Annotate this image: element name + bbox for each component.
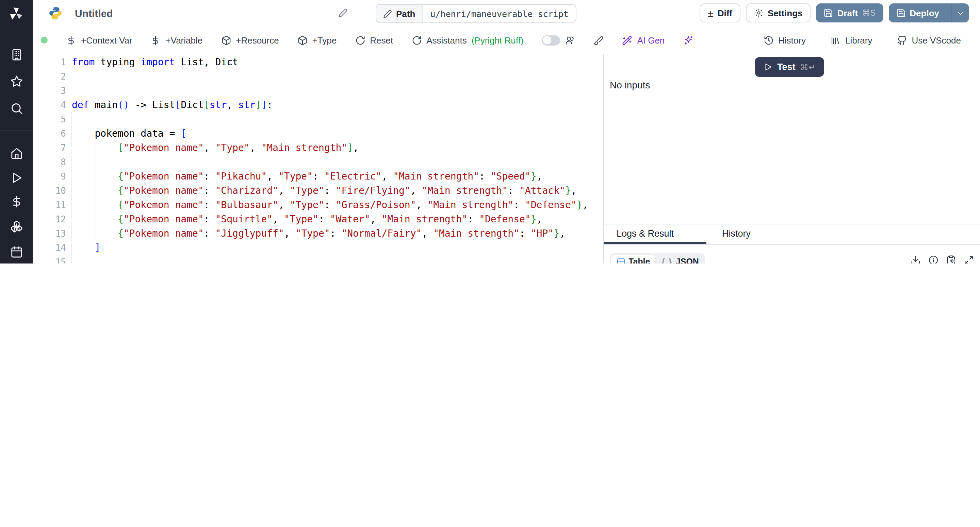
- collab-users-button[interactable]: [565, 35, 575, 45]
- table-grid-icon: [616, 257, 625, 264]
- line-number: 10: [33, 184, 66, 198]
- diff-mode-toggle[interactable]: [542, 35, 560, 45]
- draft-label: Draft: [837, 8, 858, 18]
- assistants-status: (Pyright Ruff): [472, 35, 524, 45]
- reset-button[interactable]: Reset: [355, 35, 393, 45]
- library-icon: [830, 35, 840, 45]
- line-number: 14: [33, 241, 66, 255]
- sidebar-item-calendar-icon[interactable]: [10, 246, 23, 259]
- result-action-icons: [911, 255, 974, 264]
- line-number: 5: [33, 112, 66, 127]
- code-line-7[interactable]: ["Pokemon name", "Type", "Main strength"…: [72, 141, 359, 155]
- library-label: Library: [845, 35, 872, 45]
- use-vscode-label: Use VScode: [912, 35, 961, 45]
- gear-icon: [754, 8, 764, 17]
- path-field[interactable]: Path u/henri/maneuverable_script: [375, 4, 577, 23]
- add-type-button[interactable]: +Type: [298, 35, 337, 45]
- line-number: 7: [33, 141, 66, 155]
- add-type-label: +Type: [312, 35, 337, 45]
- code-editor[interactable]: 1from typing import List, Dict234def mai…: [33, 54, 603, 264]
- format-button[interactable]: [593, 35, 604, 45]
- code-line-10[interactable]: {"Pokemon name": "Charizard", "Type": "F…: [72, 184, 577, 198]
- dollar-icon: [66, 35, 76, 45]
- edit-path-pencil-icon: [383, 9, 392, 18]
- toggle-knob: [543, 36, 551, 44]
- download-result-icon[interactable]: [911, 255, 921, 264]
- line-number: 9: [33, 169, 66, 184]
- history-button[interactable]: History: [763, 35, 806, 45]
- play-icon: [764, 63, 772, 71]
- paintbrush-icon: [593, 35, 604, 45]
- code-line-11[interactable]: {"Pokemon name": "Bulbasaur", "Type": "G…: [72, 198, 588, 212]
- path-value[interactable]: u/henri/maneuverable_script: [423, 5, 576, 22]
- sidebar-item-boxes-icon[interactable]: [10, 220, 23, 233]
- draft-shortcut: ⌘S: [862, 8, 875, 17]
- rotate-icon: [355, 35, 365, 45]
- settings-button[interactable]: Settings: [746, 3, 811, 22]
- editor-toolbar: +Context Var +Variable +Resource +Type R…: [33, 27, 980, 54]
- line-number: 12: [33, 212, 66, 227]
- code-line-12[interactable]: {"Pokemon name": "Squirtle", "Type": "Wa…: [72, 212, 542, 227]
- sidebar-item-play-icon[interactable]: [10, 171, 23, 184]
- add-context-var-button[interactable]: +Context Var: [66, 35, 132, 45]
- sparkles-icon: [683, 35, 693, 45]
- tab-logs-result[interactable]: Logs & Result: [617, 229, 674, 239]
- result-tabs: Logs & Result History: [604, 224, 980, 245]
- copy-to-clipboard-icon[interactable]: [946, 255, 956, 264]
- add-variable-button[interactable]: +Variable: [151, 35, 203, 45]
- chevron-down-icon: [956, 8, 965, 17]
- add-resource-button[interactable]: +Resource: [221, 35, 279, 45]
- code-line-6[interactable]: pokemon_data = [: [72, 127, 186, 141]
- add-variable-label: +Variable: [166, 35, 203, 45]
- assistants-label: Assistants: [426, 35, 467, 45]
- diff-button[interactable]: ± Diff: [700, 3, 740, 22]
- library-button[interactable]: Library: [830, 35, 872, 45]
- edit-summary-pencil-icon[interactable]: [338, 8, 348, 17]
- package-icon: [221, 35, 231, 45]
- test-run-button[interactable]: Test ⌘↵: [755, 57, 824, 77]
- header-bar: Untitled Path u/henri/maneuverable_scrip…: [33, 0, 980, 27]
- view-mode-table[interactable]: Table: [611, 255, 655, 264]
- view-mode-json[interactable]: { } JSON: [656, 255, 704, 264]
- draft-button[interactable]: Draft ⌘S: [816, 3, 883, 22]
- use-vscode-button[interactable]: Use VScode: [897, 35, 961, 45]
- toolbar-right: History Library Use VScode: [763, 27, 961, 54]
- script-title[interactable]: Untitled: [75, 8, 113, 19]
- windmill-script-editor: Untitled Path u/henri/maneuverable_scrip…: [0, 0, 980, 264]
- json-view-label: JSON: [676, 257, 699, 264]
- assistants-button[interactable]: Assistants (Pyright Ruff): [411, 35, 523, 45]
- code-line-14[interactable]: ]: [72, 241, 100, 255]
- sidebar-item-home-icon[interactable]: [10, 147, 23, 160]
- rail-divider: [0, 130, 33, 131]
- braces-icon: { }: [662, 257, 672, 264]
- sidebar-item-star-icon[interactable]: [10, 75, 23, 88]
- sidebar-item-dollar-icon[interactable]: [10, 195, 23, 208]
- ai-gen-button[interactable]: AI Gen: [622, 35, 665, 45]
- sidebar-item-building-icon[interactable]: [10, 48, 23, 61]
- test-label: Test: [777, 62, 795, 72]
- code-line-9[interactable]: {"Pokemon name": "Pikachu", "Type": "Ele…: [72, 169, 542, 184]
- magic-wand-icon: [622, 35, 632, 45]
- code-line-13[interactable]: {"Pokemon name": "Jigglypuff", "Type": "…: [72, 227, 565, 241]
- expand-fullscreen-icon[interactable]: [964, 255, 974, 264]
- ai-sparkles-button[interactable]: [683, 35, 693, 45]
- table-view-label: Table: [628, 257, 650, 264]
- save-icon: [896, 8, 905, 17]
- sidebar-item-search-icon[interactable]: [10, 102, 23, 115]
- diff-label: Diff: [718, 8, 732, 18]
- windmill-logo-icon[interactable]: [8, 5, 24, 22]
- code-line-1[interactable]: from typing import List, Dict: [72, 55, 238, 69]
- test-shortcut: ⌘↵: [800, 62, 815, 72]
- code-line-4[interactable]: def main() -> List[Dict[str, str]]:: [72, 98, 272, 112]
- run-result-panel: Test ⌘↵ No inputs Logs & Result History …: [603, 54, 980, 264]
- python-language-icon: [48, 6, 63, 21]
- deploy-dropdown[interactable]: [951, 3, 969, 22]
- save-icon: [824, 8, 833, 17]
- deploy-main[interactable]: Deploy: [888, 3, 947, 22]
- tab-history[interactable]: History: [722, 229, 751, 239]
- line-number: 1: [33, 55, 66, 69]
- add-context-var-label: +Context Var: [81, 35, 132, 45]
- path-label-segment: Path: [376, 5, 423, 22]
- info-icon[interactable]: [928, 255, 939, 264]
- deploy-button[interactable]: Deploy: [888, 3, 969, 22]
